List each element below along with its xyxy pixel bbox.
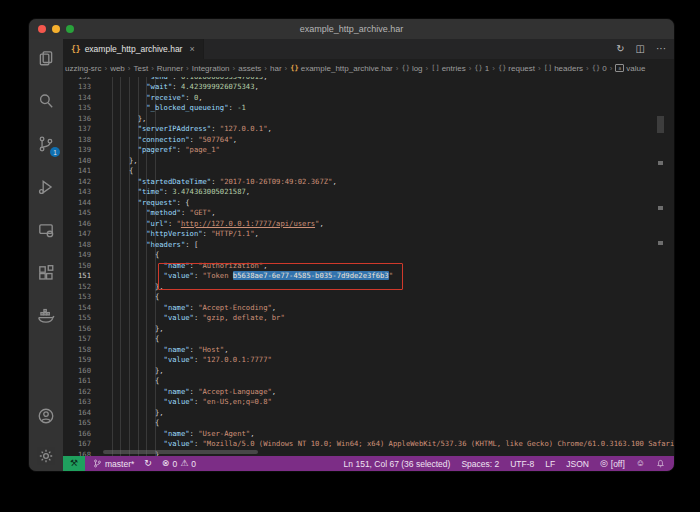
settings-gear-icon[interactable] bbox=[35, 445, 57, 467]
line-number: 168 bbox=[63, 450, 91, 457]
close-tab-icon[interactable]: × bbox=[189, 44, 194, 54]
code-line[interactable]: 155 "value": "gzip, deflate, br" bbox=[63, 313, 674, 324]
code-line[interactable]: 138 "connection": "507764", bbox=[63, 135, 674, 146]
warning-icon: ⚠ bbox=[180, 459, 188, 468]
breadcrumb-item[interactable]: []entries bbox=[431, 64, 465, 73]
remote-explorer-icon[interactable] bbox=[35, 219, 57, 241]
code-line[interactable]: 133 "wait": 4.423999926075343, bbox=[63, 82, 674, 93]
line-number: 147 bbox=[63, 229, 91, 240]
breadcrumb-item[interactable]: uzzing-src bbox=[65, 64, 101, 73]
feedback-smiley-icon[interactable]: ☺ bbox=[636, 459, 645, 468]
breadcrumb-item[interactable]: har bbox=[270, 64, 282, 73]
source-control-icon[interactable]: 1 bbox=[35, 133, 57, 155]
breadcrumb-item[interactable]: web bbox=[110, 64, 125, 73]
code-line[interactable]: 149 { bbox=[63, 250, 674, 261]
line-text: "name": "User-Agent", bbox=[103, 429, 254, 440]
remote-indicator[interactable]: ⚒ bbox=[63, 456, 85, 471]
line-text: }, bbox=[103, 114, 146, 125]
code-line[interactable]: 153 { bbox=[63, 292, 674, 303]
encoding-item[interactable]: UTF-8 bbox=[510, 459, 534, 469]
line-number: 153 bbox=[63, 292, 91, 303]
sync-changes-icon[interactable]: ↻ bbox=[144, 459, 152, 468]
line-text: { bbox=[103, 334, 159, 345]
code-line[interactable]: 165 { bbox=[63, 418, 674, 429]
split-editor-icon[interactable]: ◫ bbox=[636, 44, 645, 54]
breadcrumb-item[interactable]: assets bbox=[238, 64, 261, 73]
code-line[interactable]: 147 "httpVersion": "HTTP/1.1", bbox=[63, 229, 674, 240]
line-number: 167 bbox=[63, 439, 91, 450]
breadcrumb-item[interactable]: []headers bbox=[544, 64, 583, 73]
code-line[interactable]: 158 "name": "Host", bbox=[63, 345, 674, 356]
code-line[interactable]: 143 "time": 3.474363005021587, bbox=[63, 187, 674, 198]
line-text: { bbox=[103, 166, 133, 177]
sync-icon[interactable]: ↻ bbox=[616, 44, 624, 54]
docker-icon[interactable] bbox=[35, 305, 57, 327]
code-line[interactable]: 142 "startedDateTime": "2017-10-26T09:49… bbox=[63, 177, 674, 188]
code-line[interactable]: 157 { bbox=[63, 334, 674, 345]
code-line[interactable]: 136 }, bbox=[63, 114, 674, 125]
breadcrumb-item[interactable]: Runner bbox=[157, 64, 183, 73]
vertical-scrollbar[interactable] bbox=[657, 77, 664, 456]
line-number: 156 bbox=[63, 324, 91, 335]
cursor-position-item[interactable]: Ln 151, Col 67 (36 selected) bbox=[344, 459, 451, 469]
code-line[interactable]: 161 { bbox=[63, 376, 674, 387]
code-line[interactable]: 134 "receive": 0, bbox=[63, 93, 674, 104]
code-line[interactable]: 150 "name": "Authorization", bbox=[63, 261, 674, 272]
tab-example-http-archive[interactable]: {} example_http_archive.har × bbox=[63, 39, 204, 59]
problems-item[interactable]: ⊗ 0 ⚠ 0 bbox=[162, 459, 196, 469]
close-window-button[interactable] bbox=[38, 25, 46, 33]
code-line[interactable]: 164 }, bbox=[63, 408, 674, 419]
code-line[interactable]: 139 "pageref": "page_1" bbox=[63, 145, 674, 156]
code-line[interactable]: 159 "value": "127.0.0.1:7777" bbox=[63, 355, 674, 366]
breadcrumb-item[interactable]: Test bbox=[133, 64, 148, 73]
code-line[interactable]: 151 "value": "Token b5638ae7-6e77-4585-b… bbox=[63, 271, 674, 282]
accounts-icon[interactable] bbox=[35, 405, 57, 427]
code-line[interactable]: 152 }, bbox=[63, 282, 674, 293]
code-line[interactable]: 144 "request": { bbox=[63, 198, 674, 209]
breadcrumb-item[interactable]: {}0 bbox=[592, 64, 607, 73]
breadcrumb-item[interactable]: avalue bbox=[615, 64, 645, 73]
indentation-item[interactable]: Spaces: 2 bbox=[461, 459, 499, 469]
search-icon[interactable] bbox=[35, 90, 57, 112]
explorer-icon[interactable] bbox=[35, 47, 57, 69]
screencast-item[interactable]: ◎ [off] bbox=[600, 459, 625, 469]
notifications-bell-icon[interactable] bbox=[656, 458, 665, 469]
breadcrumb-item[interactable]: {}example_http_archive.har bbox=[290, 64, 393, 73]
breadcrumb-separator: › bbox=[285, 64, 288, 73]
code-line[interactable]: 163 "value": "en-US,en;q=0.8" bbox=[63, 397, 674, 408]
code-line[interactable]: 141 { bbox=[63, 166, 674, 177]
code-line[interactable]: 167 "value": "Mozilla/5.0 (Windows NT 10… bbox=[63, 439, 674, 450]
more-actions-icon[interactable]: ··· bbox=[656, 44, 666, 54]
line-text: "value": "127.0.0.1:7777" bbox=[103, 355, 272, 366]
code-line[interactable]: 166 "name": "User-Agent", bbox=[63, 429, 674, 440]
horizontal-scrollbar[interactable] bbox=[103, 450, 258, 454]
breadcrumb-label: request bbox=[508, 64, 535, 73]
extensions-icon[interactable] bbox=[35, 262, 57, 284]
code-line[interactable]: 148 "headers": [ bbox=[63, 240, 674, 251]
code-line[interactable]: 137 "serverIPAddress": "127.0.0.1", bbox=[63, 124, 674, 135]
zoom-window-button[interactable] bbox=[66, 25, 74, 33]
breadcrumb-item[interactable]: {}log bbox=[401, 64, 422, 73]
code-line[interactable]: 156 }, bbox=[63, 324, 674, 335]
code-line[interactable]: 145 "method": "GET", bbox=[63, 208, 674, 219]
code-line[interactable]: 160 }, bbox=[63, 366, 674, 377]
breadcrumb-item[interactable]: {}1 bbox=[474, 64, 489, 73]
scrollbar-thumb[interactable] bbox=[657, 116, 664, 133]
code-line[interactable]: 162 "name": "Accept-Language", bbox=[63, 387, 674, 398]
json-file-icon: {} bbox=[290, 64, 298, 72]
run-debug-icon[interactable] bbox=[35, 176, 57, 198]
code-line[interactable]: 154 "name": "Accept-Encoding", bbox=[63, 303, 674, 314]
minimize-window-button[interactable] bbox=[52, 25, 60, 33]
eol-item[interactable]: LF bbox=[545, 459, 555, 469]
line-number: 161 bbox=[63, 376, 91, 387]
code-line[interactable]: 140 }, bbox=[63, 156, 674, 167]
breadcrumb-item[interactable]: {}request bbox=[498, 64, 535, 73]
git-branch-item[interactable]: master* bbox=[93, 458, 134, 469]
warning-count: 0 bbox=[191, 459, 196, 469]
code-line[interactable]: 135 "_blocked_queueing": -1 bbox=[63, 103, 674, 114]
code-line[interactable]: 146 "url": "http://127.0.0.1:7777/api/us… bbox=[63, 219, 674, 230]
breadcrumb-item[interactable]: Integration bbox=[192, 64, 230, 73]
line-number: 144 bbox=[63, 198, 91, 209]
language-mode-item[interactable]: JSON bbox=[566, 459, 589, 469]
editor[interactable]: 132 "send": 0.10200000535470013,133 "wai… bbox=[63, 77, 674, 456]
